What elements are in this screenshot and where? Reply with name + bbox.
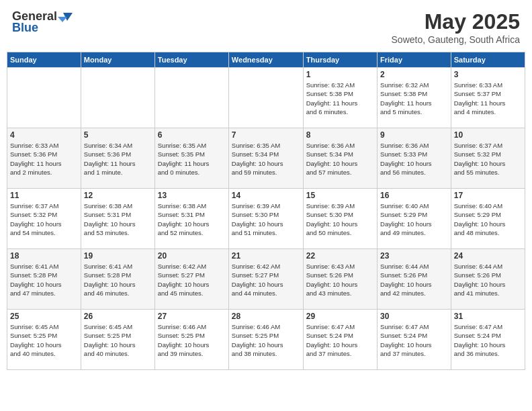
calendar-cell: 27Sunrise: 6:46 AMSunset: 5:25 PMDayligh… — [154, 310, 228, 370]
day-number: 20 — [158, 251, 226, 261]
day-header-tuesday: Tuesday — [154, 52, 228, 68]
day-info: Sunrise: 6:44 AMSunset: 5:26 PMDaylight:… — [380, 262, 448, 298]
day-info: Sunrise: 6:37 AMSunset: 5:32 PMDaylight:… — [10, 201, 78, 237]
calendar-cell: 10Sunrise: 6:37 AMSunset: 5:32 PMDayligh… — [451, 128, 525, 189]
day-number: 11 — [10, 191, 78, 200]
calendar-cell: 20Sunrise: 6:42 AMSunset: 5:27 PMDayligh… — [154, 249, 228, 310]
day-number: 29 — [306, 312, 374, 321]
day-info: Sunrise: 6:44 AMSunset: 5:26 PMDaylight:… — [454, 262, 522, 298]
day-header-sunday: Sunday — [7, 52, 81, 68]
month-title: May 2025 — [392, 9, 520, 34]
day-info: Sunrise: 6:38 AMSunset: 5:31 PMDaylight:… — [158, 201, 226, 237]
day-info: Sunrise: 6:45 AMSunset: 5:25 PMDaylight:… — [10, 322, 78, 358]
logo-blue-text: Blue — [12, 21, 38, 35]
calendar-week-row: 1Sunrise: 6:32 AMSunset: 5:38 PMDaylight… — [7, 68, 525, 128]
day-number: 19 — [84, 251, 152, 261]
calendar-week-row: 4Sunrise: 6:33 AMSunset: 5:36 PMDaylight… — [7, 128, 525, 189]
calendar-cell: 8Sunrise: 6:36 AMSunset: 5:34 PMDaylight… — [303, 128, 377, 189]
calendar-cell: 22Sunrise: 6:43 AMSunset: 5:26 PMDayligh… — [303, 249, 377, 310]
day-number: 21 — [232, 251, 300, 261]
day-info: Sunrise: 6:39 AMSunset: 5:30 PMDaylight:… — [232, 201, 300, 237]
day-info: Sunrise: 6:46 AMSunset: 5:25 PMDaylight:… — [158, 322, 226, 358]
day-info: Sunrise: 6:33 AMSunset: 5:37 PMDaylight:… — [454, 81, 522, 116]
calendar-cell: 17Sunrise: 6:40 AMSunset: 5:29 PMDayligh… — [451, 189, 525, 249]
day-number: 8 — [306, 130, 374, 140]
calendar-week-row: 11Sunrise: 6:37 AMSunset: 5:32 PMDayligh… — [7, 189, 525, 249]
day-number: 6 — [158, 130, 226, 140]
day-number: 23 — [380, 251, 448, 261]
day-number: 17 — [454, 191, 522, 200]
day-info: Sunrise: 6:32 AMSunset: 5:38 PMDaylight:… — [306, 81, 374, 116]
calendar-cell: 14Sunrise: 6:39 AMSunset: 5:30 PMDayligh… — [228, 189, 303, 249]
calendar-cell: 9Sunrise: 6:36 AMSunset: 5:33 PMDaylight… — [378, 128, 451, 189]
day-info: Sunrise: 6:46 AMSunset: 5:25 PMDaylight:… — [232, 322, 300, 358]
title-block: May 2025 Soweto, Gauteng, South Africa — [392, 9, 520, 45]
day-number: 27 — [158, 312, 226, 321]
calendar-week-row: 18Sunrise: 6:41 AMSunset: 5:28 PMDayligh… — [7, 249, 525, 310]
calendar-header-row: SundayMondayTuesdayWednesdayThursdayFrid… — [7, 52, 525, 68]
day-info: Sunrise: 6:47 AMSunset: 5:24 PMDaylight:… — [306, 322, 374, 358]
day-header-monday: Monday — [81, 52, 154, 68]
day-info: Sunrise: 6:36 AMSunset: 5:33 PMDaylight:… — [380, 141, 448, 177]
location: Soweto, Gauteng, South Africa — [392, 34, 520, 45]
day-number: 4 — [10, 130, 78, 140]
day-info: Sunrise: 6:41 AMSunset: 5:28 PMDaylight:… — [10, 262, 78, 298]
calendar-cell: 15Sunrise: 6:39 AMSunset: 5:30 PMDayligh… — [303, 189, 377, 249]
calendar-cell: 16Sunrise: 6:40 AMSunset: 5:29 PMDayligh… — [378, 189, 451, 249]
calendar-cell: 29Sunrise: 6:47 AMSunset: 5:24 PMDayligh… — [303, 310, 377, 370]
day-info: Sunrise: 6:33 AMSunset: 5:36 PMDaylight:… — [10, 141, 78, 177]
calendar-cell — [7, 68, 81, 128]
calendar-cell: 30Sunrise: 6:47 AMSunset: 5:24 PMDayligh… — [378, 310, 451, 370]
calendar-cell: 5Sunrise: 6:34 AMSunset: 5:36 PMDaylight… — [81, 128, 154, 189]
day-info: Sunrise: 6:42 AMSunset: 5:27 PMDaylight:… — [158, 262, 226, 298]
day-info: Sunrise: 6:42 AMSunset: 5:27 PMDaylight:… — [232, 262, 300, 298]
calendar-cell: 18Sunrise: 6:41 AMSunset: 5:28 PMDayligh… — [7, 249, 81, 310]
day-number: 13 — [158, 191, 226, 200]
day-number: 18 — [10, 251, 78, 261]
day-number: 16 — [380, 191, 448, 200]
day-header-wednesday: Wednesday — [228, 52, 303, 68]
calendar-cell: 28Sunrise: 6:46 AMSunset: 5:25 PMDayligh… — [228, 310, 303, 370]
day-number: 10 — [454, 130, 522, 140]
calendar-cell: 7Sunrise: 6:35 AMSunset: 5:34 PMDaylight… — [228, 128, 303, 189]
day-number: 3 — [454, 70, 522, 79]
calendar-cell: 2Sunrise: 6:32 AMSunset: 5:38 PMDaylight… — [378, 68, 451, 128]
calendar-cell: 21Sunrise: 6:42 AMSunset: 5:27 PMDayligh… — [228, 249, 303, 310]
day-info: Sunrise: 6:38 AMSunset: 5:31 PMDaylight:… — [84, 201, 152, 237]
calendar-cell: 12Sunrise: 6:38 AMSunset: 5:31 PMDayligh… — [81, 189, 154, 249]
calendar-cell: 24Sunrise: 6:44 AMSunset: 5:26 PMDayligh… — [451, 249, 525, 310]
day-number: 26 — [84, 312, 152, 321]
day-header-thursday: Thursday — [303, 52, 377, 68]
calendar-cell: 6Sunrise: 6:35 AMSunset: 5:35 PMDaylight… — [154, 128, 228, 189]
day-info: Sunrise: 6:34 AMSunset: 5:36 PMDaylight:… — [84, 141, 152, 177]
day-number: 28 — [232, 312, 300, 321]
day-info: Sunrise: 6:35 AMSunset: 5:34 PMDaylight:… — [232, 141, 300, 177]
day-info: Sunrise: 6:37 AMSunset: 5:32 PMDaylight:… — [454, 141, 522, 177]
logo-icon — [58, 11, 73, 22]
calendar-cell: 11Sunrise: 6:37 AMSunset: 5:32 PMDayligh… — [7, 189, 81, 249]
day-number: 14 — [232, 191, 300, 200]
calendar-cell: 23Sunrise: 6:44 AMSunset: 5:26 PMDayligh… — [378, 249, 451, 310]
calendar-week-row: 25Sunrise: 6:45 AMSunset: 5:25 PMDayligh… — [7, 310, 525, 370]
day-number: 5 — [84, 130, 152, 140]
calendar-table: SundayMondayTuesdayWednesdayThursdayFrid… — [7, 52, 525, 370]
logo: General Blue — [12, 9, 73, 35]
day-number: 12 — [84, 191, 152, 200]
page-header: General Blue May 2025 Soweto, Gauteng, S… — [7, 7, 525, 48]
day-info: Sunrise: 6:40 AMSunset: 5:29 PMDaylight:… — [454, 201, 522, 237]
calendar-cell — [154, 68, 228, 128]
day-number: 7 — [232, 130, 300, 140]
calendar-cell: 4Sunrise: 6:33 AMSunset: 5:36 PMDaylight… — [7, 128, 81, 189]
calendar-cell: 31Sunrise: 6:47 AMSunset: 5:24 PMDayligh… — [451, 310, 525, 370]
day-number: 15 — [306, 191, 374, 200]
day-number: 25 — [10, 312, 78, 321]
day-info: Sunrise: 6:40 AMSunset: 5:29 PMDaylight:… — [380, 201, 448, 237]
day-number: 2 — [380, 70, 448, 79]
day-number: 30 — [380, 312, 448, 321]
day-info: Sunrise: 6:32 AMSunset: 5:38 PMDaylight:… — [380, 81, 448, 116]
day-info: Sunrise: 6:35 AMSunset: 5:35 PMDaylight:… — [158, 141, 226, 177]
day-number: 9 — [380, 130, 448, 140]
day-info: Sunrise: 6:47 AMSunset: 5:24 PMDaylight:… — [454, 322, 522, 358]
calendar-cell: 3Sunrise: 6:33 AMSunset: 5:37 PMDaylight… — [451, 68, 525, 128]
day-info: Sunrise: 6:43 AMSunset: 5:26 PMDaylight:… — [306, 262, 374, 298]
